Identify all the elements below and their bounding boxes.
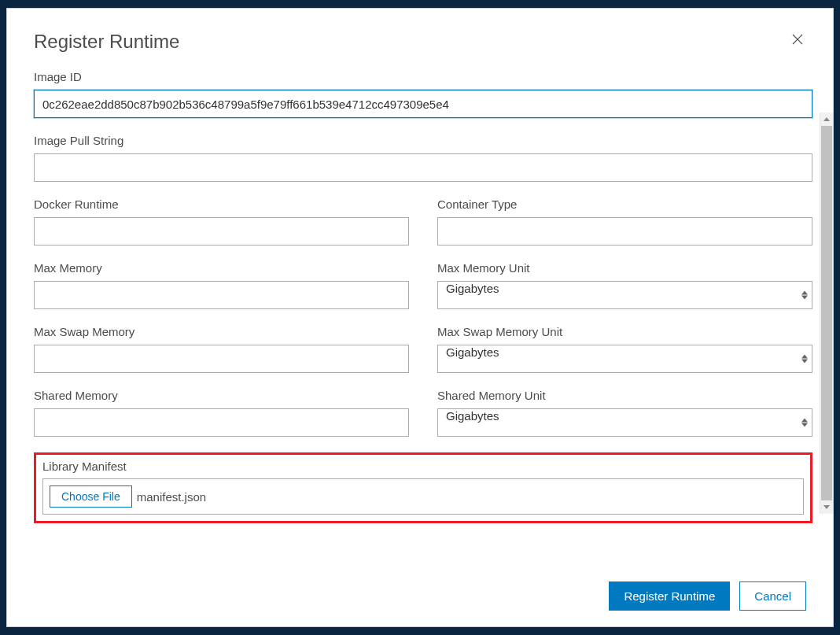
max-swap-memory-input[interactable] (34, 345, 409, 373)
image-id-label: Image ID (34, 70, 812, 83)
max-swap-memory-unit-label: Max Swap Memory Unit (437, 325, 812, 338)
modal-title: Register Runtime (34, 31, 179, 53)
library-manifest-file-row: Choose File manifest.json (42, 478, 804, 515)
max-swap-memory-label: Max Swap Memory (34, 325, 409, 338)
modal-body: Image ID Image Pull String Docker Runtim… (7, 62, 833, 569)
vertical-scrollbar[interactable] (820, 113, 833, 514)
shared-memory-unit-label: Shared Memory Unit (437, 389, 812, 402)
manifest-file-name: manifest.json (137, 490, 206, 504)
max-memory-unit-select[interactable]: Gigabytes (437, 281, 812, 309)
choose-file-button[interactable]: Choose File (50, 485, 132, 508)
container-type-label: Container Type (437, 198, 812, 211)
docker-runtime-label: Docker Runtime (34, 198, 409, 211)
docker-runtime-input[interactable] (34, 217, 409, 246)
max-memory-input[interactable] (34, 281, 409, 309)
close-icon (790, 32, 805, 46)
max-memory-label: Max Memory (34, 261, 409, 275)
register-runtime-button[interactable]: Register Runtime (609, 581, 730, 611)
modal-footer: Register Runtime Cancel (7, 569, 833, 626)
image-pull-string-label: Image Pull String (34, 134, 812, 147)
container-type-input[interactable] (437, 217, 812, 246)
max-swap-memory-unit-select[interactable]: Gigabytes (437, 345, 812, 373)
cancel-button[interactable]: Cancel (739, 581, 806, 611)
scroll-down-button[interactable] (820, 500, 833, 514)
scroll-up-button[interactable] (820, 113, 833, 126)
close-button[interactable] (789, 31, 806, 48)
library-manifest-label: Library Manifest (42, 460, 804, 473)
register-runtime-modal: Register Runtime Image ID Image Pull Str… (6, 8, 834, 627)
image-id-input[interactable] (34, 90, 812, 118)
shared-memory-unit-select[interactable]: Gigabytes (437, 408, 812, 437)
max-memory-unit-label: Max Memory Unit (437, 261, 812, 275)
scrollbar-thumb[interactable] (821, 126, 832, 500)
library-manifest-highlight: Library Manifest Choose File manifest.js… (34, 452, 812, 523)
shared-memory-label: Shared Memory (34, 389, 409, 402)
modal-header: Register Runtime (7, 9, 833, 62)
shared-memory-input[interactable] (34, 408, 409, 437)
image-pull-string-input[interactable] (34, 153, 812, 182)
